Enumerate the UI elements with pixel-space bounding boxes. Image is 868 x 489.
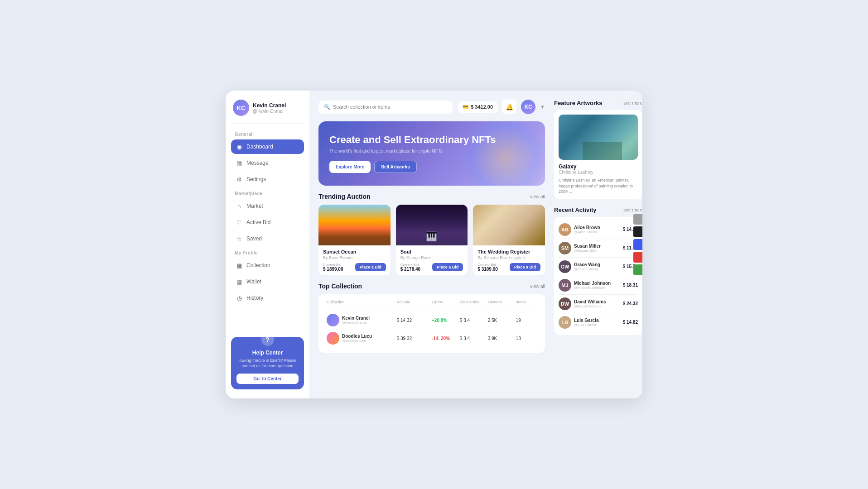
collection-name-info: Doodles Lucu @doodles lucu [342,334,372,343]
activity-info: David Williams @David Williams [574,299,606,308]
collection-handle: @Kevin Cranel [342,321,370,325]
market-icon: ⌂ [236,202,243,210]
color-swatch-red[interactable] [633,252,642,263]
color-swatch-green[interactable] [633,264,642,275]
sidebar-item-collection[interactable]: ▦ Collection [231,258,304,273]
search-bar[interactable]: 🔍 [318,101,453,114]
items-cell: 19 [516,318,537,323]
sidebar-item-message[interactable]: ▦ Message [231,156,304,170]
sidebar-item-dashboard[interactable]: ◉ Dashboard [231,139,304,154]
bid-price: $ 1899.00 [323,267,343,272]
feature-artworks-section: Feature Artworks see more Galaxy Christi… [554,100,642,199]
activity-name: Grace Wang [574,262,600,267]
search-icon: 🔍 [324,104,330,110]
star-icon: ☆ [236,235,243,242]
search-input[interactable] [333,104,447,110]
card-body: Soul By George Roux Current Bid $ 2178.4… [396,245,468,275]
feature-artworks-title: Feature Artworks [554,100,602,106]
activity-item-susan: SM Susan Miller @Susan Miller $ 11.52 [559,239,638,258]
section-profile-label: My Profile [231,248,304,256]
collection-view-all[interactable]: view all [530,284,545,289]
table-row: Kevin Cranel @Kevin Cranel $ 14.32 +20.8… [324,311,540,329]
activity-info: Grace Wang @Grace Wang [574,262,600,271]
user-name: Kevin Cranel [253,102,286,109]
sidebar-item-label: History [246,295,263,301]
sidebar-item-market[interactable]: ⌂ Market [231,199,304,213]
notification-button[interactable]: 🔔 [502,100,516,114]
section-marketplace-label: Marketplace [231,188,304,197]
bid-info: Current Bid $ 2178.40 [400,263,421,272]
activity-see-more[interactable]: see more [623,207,642,212]
chevron-down-icon[interactable]: ▼ [540,104,545,110]
color-swatch-black[interactable] [633,226,642,237]
main-content: 🔍 💳 $ 3412.00 🔔 KC ▼ Create and Sell Ext… [309,91,554,398]
card-title: The Wedding Register [477,249,540,254]
help-center-button[interactable]: Go To Center [236,374,299,384]
auction-card-wedding: The Wedding Register By Edmund Blair Lei… [473,205,545,275]
trending-header: Trending Auction view all [318,193,545,200]
auction-card-soul: Soul By George Roux Current Bid $ 2178.4… [396,205,468,275]
change-cell: -14. 20% [432,336,460,341]
user-handle: @Kevin Cranel [253,109,286,114]
activity-item-grace: GW Grace Wang @Grace Wang $ 15.74 [559,258,638,276]
app-container: KC Kevin Cranel @Kevin Cranel General ◉ … [226,91,642,398]
sell-artworks-button[interactable]: Sell Artworks [374,161,417,173]
explore-more-button[interactable]: Explore More [329,161,371,173]
place-bid-button[interactable]: Place a Bid [432,263,463,271]
collection-name-info: Kevin Cranel @Kevin Cranel [342,316,370,325]
help-icon: ? [261,333,274,346]
user-info: Kevin Cranel @Kevin Cranel [253,102,286,114]
table-header: Collection Volume 24H% Floor Price Owner… [324,300,540,308]
floor-cell: $ 3.4 [460,318,488,323]
sidebar-item-label: Message [246,160,269,166]
hero-title: Create and Sell Extraordinary NFTs [329,134,534,146]
col-header-24h: 24H% [432,300,460,304]
activity-info: Susan Miller @Susan Miller [574,244,601,253]
activity-avatar: MJ [559,279,571,292]
activity-handle: @Grace Wang [574,267,600,271]
collection-name: Kevin Cranel [342,316,370,321]
place-bid-button[interactable]: Place a Bid [355,263,386,271]
color-swatch-blue[interactable] [633,239,642,250]
activity-amount: $ 18.31 [623,283,638,288]
sidebar-item-label: Market [246,203,263,209]
trending-view-all[interactable]: view all [530,194,545,199]
activity-avatar: SM [559,242,571,254]
col-header-owners: Owners [488,300,516,304]
change-cell: +20.8% [432,318,460,323]
sidebar-item-saved[interactable]: ☆ Saved [231,231,304,246]
activity-handle: @Susan Miller [574,249,601,253]
card-bid-row: Current Bid $ 3109.00 Place a Bid [477,263,540,272]
sidebar-item-wallet[interactable]: ▦ Wallet [231,274,304,289]
feature-see-more[interactable]: see more [623,101,642,105]
activity-amount: $ 24.32 [623,301,638,306]
col-header-volume: Volume [397,300,432,304]
feature-name: Galaxy [559,163,638,170]
color-swatches [633,214,642,275]
place-bid-button[interactable]: Place a Bid [510,263,540,271]
activity-item-david: DW David Williams @David Williams $ 24.3… [559,295,638,313]
bid-info: Current Bid $ 1899.00 [323,263,343,272]
card-body: The Wedding Register By Edmund Blair Lei… [473,245,545,275]
collection-cell: Doodles Lucu @doodles lucu [327,332,397,345]
trending-title: Trending Auction [318,193,371,200]
col-header-collection: Collection [327,300,397,304]
activity-handle: @Luis Garcia [574,323,598,327]
color-swatch-gray[interactable] [633,214,642,225]
recent-activity-section: Recent Activity see more AB Alice Brown … [554,206,642,335]
collection-avatar [327,314,339,326]
sidebar-item-history[interactable]: ◷ History [231,291,304,305]
help-desc: Having trouble in Enefti? Please contact… [236,358,299,369]
activity-info: Alice Brown @Alice Brown [574,225,600,234]
sidebar-item-settings[interactable]: ⚙ Settings [231,172,304,187]
collection-cell: Kevin Cranel @Kevin Cranel [327,314,397,326]
header-right: 💳 $ 3412.00 🔔 KC ▼ [458,100,545,114]
auction-card-sunset: Sunset Ocean By Bane Recado Current Bid … [318,205,391,275]
activity-name: Alice Brown [574,225,600,230]
sidebar-user: KC Kevin Cranel @Kevin Cranel [231,100,304,124]
collection-icon: ▦ [236,262,243,269]
sidebar-item-active-bid[interactable]: ♡ Active Bid [231,215,304,230]
activity-item-luis: LG Luis Garcia @Luis Garcia $ 14.82 [559,313,638,331]
activity-name: David Williams [574,299,606,304]
bid-label: Current Bid [400,263,421,267]
